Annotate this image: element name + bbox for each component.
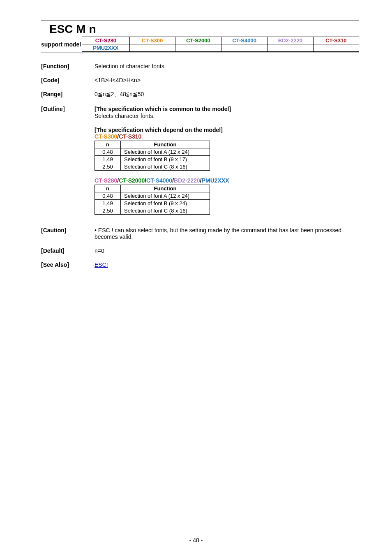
field-function: [Function] Selection of character fonts — [41, 63, 359, 69]
support-cell: CT-S4000 — [221, 37, 267, 44]
support-cell: CT-S310 — [313, 37, 359, 44]
cell-function: Selection of font A (12 x 24) — [121, 148, 210, 156]
support-cell: BD2-2220 — [267, 37, 313, 44]
support-model-table: CT-S280CT-S300CT-S2000CT-S4000BD2-2220CT… — [82, 37, 359, 52]
model-token: CT-S310 — [119, 133, 141, 140]
command-title: ESC M n — [49, 23, 359, 36]
field-range: [Range] 0≦n≦2、48≦n≦50 — [41, 91, 359, 98]
value-default: n=0 — [95, 247, 359, 254]
table-row: 0,48Selection of font A (12 x 24) — [95, 148, 210, 156]
rule-top — [41, 21, 359, 21]
cell-n: 1,49 — [95, 200, 121, 207]
model-token: CT-S280 — [95, 177, 117, 184]
field-default: [Default] n=0 — [41, 247, 359, 254]
label-code: [Code] — [41, 77, 95, 83]
support-cell-empty — [267, 44, 313, 52]
cell-n: 0,48 — [95, 148, 121, 156]
cell-function: Selection of font A (12 x 24) — [121, 192, 210, 200]
table-row: 2,50Selection of font C (8 x 16) — [95, 207, 210, 215]
see-also-link[interactable]: ESC! — [95, 261, 108, 268]
label-function: [Function] — [41, 63, 95, 69]
label-seealso: [See Also] — [41, 261, 95, 268]
table-row: 1,49Selection of font B (9 x 24) — [95, 200, 210, 207]
cell-function: Selection of font B (9 x 17) — [121, 156, 210, 163]
label-caution: [Caution] — [41, 227, 95, 240]
model-token: CT-S300 — [95, 133, 117, 140]
table-row: 0,48Selection of font A (12 x 24) — [95, 192, 210, 200]
value-range: 0≦n≦2、48≦n≦50 — [95, 91, 359, 98]
field-seealso: [See Also] ESC! — [41, 261, 359, 268]
support-cell: PMU2XXX — [82, 44, 129, 52]
support-cell-empty — [313, 44, 359, 52]
model-token: CT-S2000 — [119, 177, 145, 184]
value-caution: • ESC ! can also select fonts, but the s… — [95, 227, 359, 240]
value-function: Selection of character fonts — [95, 63, 359, 69]
support-cell-empty — [129, 44, 175, 52]
field-outline: [Outline] [The specification which is co… — [41, 106, 359, 215]
cell-n: 2,50 — [95, 163, 121, 171]
support-cell: CT-S280 — [82, 37, 129, 44]
col-function: Function — [121, 185, 210, 192]
table-row: 2,50Selection of font C (8 x 16) — [95, 163, 210, 171]
col-n: n — [95, 185, 121, 192]
support-model-block: support model CT-S280CT-S300CT-S2000CT-S… — [41, 37, 359, 52]
support-cell: CT-S300 — [129, 37, 175, 44]
value-code: <1B>H<4D>H<n> — [95, 77, 359, 83]
cell-function: Selection of font B (9 x 24) — [121, 200, 210, 207]
outline-common-title: [The specification which is common to th… — [95, 106, 359, 112]
model-token: BD2-2220 — [174, 177, 200, 184]
cell-n: 2,50 — [95, 207, 121, 215]
support-model-label: support model — [41, 41, 82, 48]
cell-n: 0,48 — [95, 192, 121, 200]
support-cell-empty — [175, 44, 221, 52]
outline-common-body: Selects character fonts. — [95, 113, 359, 119]
cell-function: Selection of font C (8 x 16) — [121, 207, 210, 215]
support-cell: CT-S2000 — [175, 37, 221, 44]
model-color-line-2: CT-S280/CT-S2000/CT-S4000/BD2-2220/PMU2X… — [95, 177, 359, 184]
spec-table-2: nFunction0,48Selection of font A (12 x 2… — [95, 185, 210, 215]
col-n: n — [95, 141, 121, 148]
field-caution: [Caution] • ESC ! can also select fonts,… — [41, 227, 359, 240]
support-cell-empty — [221, 44, 267, 52]
model-color-line-1: CT-S300/CT-S310 — [95, 133, 359, 140]
rule-bottom — [41, 53, 359, 53]
label-range: [Range] — [41, 91, 95, 98]
spec-table-1: nFunction0,48Selection of font A (12 x 2… — [95, 141, 210, 171]
col-function: Function — [121, 141, 210, 148]
label-outline: [Outline] — [41, 106, 95, 215]
label-default: [Default] — [41, 247, 95, 254]
cell-n: 1,49 — [95, 156, 121, 163]
table-row: 1,49Selection of font B (9 x 17) — [95, 156, 210, 163]
model-token: PMU2XXX — [202, 177, 229, 184]
outline-depend-title: [The specification which depend on the m… — [95, 127, 359, 133]
model-token: CT-S4000 — [146, 177, 172, 184]
field-code: [Code] <1B>H<4D>H<n> — [41, 77, 359, 83]
cell-function: Selection of font C (8 x 16) — [121, 163, 210, 171]
page-number: - 48 - — [0, 537, 392, 543]
